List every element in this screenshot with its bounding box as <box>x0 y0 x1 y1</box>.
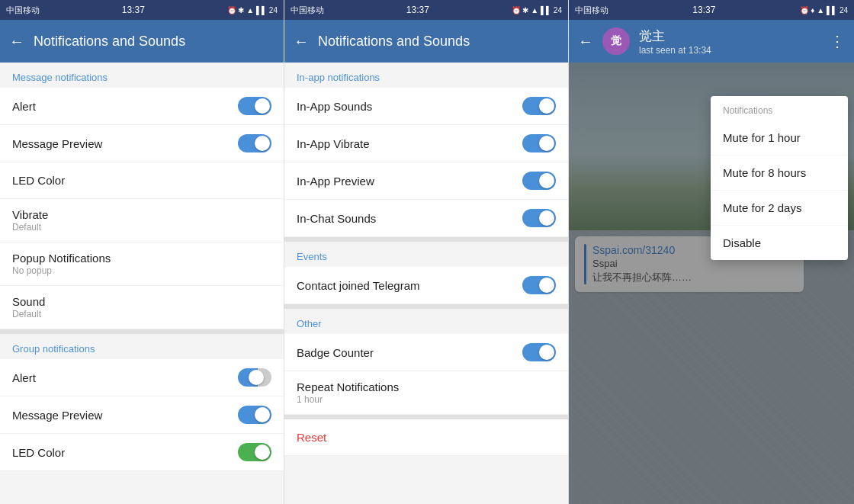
panel-content-1: Message notifications Alert Message Prev… <box>0 63 284 504</box>
status-icons-3: ⏰ ♦ ▲ ▌▌ 24 <box>800 6 848 14</box>
row-text-sound: Sound Default <box>12 295 271 319</box>
toggle-group-message-preview[interactable] <box>238 406 271 424</box>
top-bar-1: ← Notifications and Sounds <box>0 20 284 63</box>
section-header-inapp: In-app notifications <box>284 63 568 88</box>
time-1: 13:37 <box>122 5 145 15</box>
row-label-in-chat-sounds: In-Chat Sounds <box>297 212 376 225</box>
toggle-message-preview[interactable] <box>238 134 271 152</box>
row-label-group-message-preview: Message Preview <box>12 409 102 422</box>
section-header-message: Message notifications <box>0 63 284 88</box>
user-status: last seen at 13:34 <box>639 45 820 56</box>
section-header-other: Other <box>284 309 568 334</box>
row-group-message-preview: Message Preview <box>0 396 284 434</box>
page-title-1: Notifications and Sounds <box>34 34 274 50</box>
row-alert: Alert <box>0 88 284 125</box>
row-popup[interactable]: Popup Notifications No popup <box>0 242 284 286</box>
dropdown-label: Notifications <box>711 96 848 120</box>
row-label-message-preview: Message Preview <box>12 137 102 150</box>
top-bar-2: ← Notifications and Sounds <box>284 20 568 63</box>
section-header-group: Group notifications <box>0 334 284 359</box>
row-label-in-app-vibrate: In-App Vibrate <box>297 137 370 150</box>
toggle-badge-counter[interactable] <box>522 343 556 361</box>
row-label-group-led-color: LED Color <box>12 446 65 459</box>
carrier-1: 中国移动 <box>6 5 40 16</box>
row-sublabel-popup: No popup <box>12 265 271 276</box>
panel-notifications-2: 中国移动 13:37 ⏰ ✱ ▲ ▌▌ 24 ← Notifications a… <box>284 0 569 504</box>
back-button-1[interactable]: ← <box>9 33 24 50</box>
row-label-vibrate: Vibrate <box>12 208 271 221</box>
carrier-3: 中国移动 <box>575 5 608 16</box>
status-icons-2: ⏰ ✱ ▲ ▌▌ 24 <box>512 6 562 14</box>
toggle-alert[interactable] <box>238 97 271 115</box>
row-text-vibrate: Vibrate Default <box>12 208 271 233</box>
row-sublabel-repeat: 1 hour <box>297 394 556 405</box>
toggle-group-alert[interactable] <box>238 368 271 387</box>
row-sublabel-vibrate: Default <box>12 222 271 233</box>
toggle-in-app-vibrate[interactable] <box>522 134 556 152</box>
panel-notifications-1: 中国移动 13:37 ⏰ ✱ ▲ ▌▌ 24 ← Notifications a… <box>0 0 284 504</box>
dropdown-item-mute-1hour[interactable]: Mute for 1 hour <box>711 120 848 156</box>
dropdown-item-mute-2days[interactable]: Mute for 2 days <box>711 191 848 226</box>
row-group-led-color: LED Color <box>0 434 284 471</box>
row-label-led-color: LED Color <box>12 174 65 187</box>
row-label-alert: Alert <box>12 100 36 113</box>
time-2: 13:37 <box>406 5 429 15</box>
back-button-2[interactable]: ← <box>294 33 309 50</box>
row-contact-joined: Contact joined Telegram <box>284 267 568 304</box>
page-title-2: Notifications and Sounds <box>318 34 559 50</box>
panel-content-2: In-app notifications In-App Sounds In-Ap… <box>284 63 568 504</box>
more-button[interactable]: ⋮ <box>830 32 845 50</box>
row-message-preview: Message Preview <box>0 125 284 162</box>
row-label-sound: Sound <box>12 295 271 308</box>
status-bar-2: 中国移动 13:37 ⏰ ✱ ▲ ▌▌ 24 <box>284 0 568 20</box>
dropdown-item-disable[interactable]: Disable <box>711 226 848 260</box>
row-in-app-sounds: In-App Sounds <box>284 88 568 125</box>
row-label-in-app-sounds: In-App Sounds <box>297 100 372 113</box>
row-label-repeat: Repeat Notifications <box>297 380 556 393</box>
top-bar-chat: ← 觉 觉主 last seen at 13:34 ⋮ <box>569 20 854 63</box>
row-vibrate[interactable]: Vibrate Default <box>0 199 284 242</box>
chat-background: 13:27 ✓✓ Sspai.com/31240 Sspai 让我不再担心坏阵…… <box>569 63 854 504</box>
dropdown-item-mute-8hours[interactable]: Mute for 8 hours <box>711 156 848 191</box>
toggle-in-app-sounds[interactable] <box>522 97 556 115</box>
avatar-chat: 觉 <box>602 27 630 55</box>
row-repeat-notifications[interactable]: Repeat Notifications 1 hour <box>284 371 568 415</box>
row-text-repeat: Repeat Notifications 1 hour <box>297 380 556 405</box>
status-icons-1: ⏰ ✱ ▲ ▌▌ 24 <box>227 6 278 14</box>
row-label-contact-joined: Contact joined Telegram <box>297 279 419 292</box>
row-label-popup: Popup Notifications <box>12 252 271 265</box>
panel-chat: 中国移动 13:37 ⏰ ♦ ▲ ▌▌ 24 ← 觉 觉主 last seen … <box>569 0 854 504</box>
row-sound[interactable]: Sound Default <box>0 286 284 329</box>
row-in-app-vibrate: In-App Vibrate <box>284 125 568 162</box>
row-sublabel-sound: Default <box>12 309 271 319</box>
row-in-app-preview: In-App Preview <box>284 162 568 200</box>
row-group-alert: Alert <box>0 359 284 396</box>
row-in-chat-sounds: In-Chat Sounds <box>284 200 568 237</box>
row-label-in-app-preview: In-App Preview <box>297 175 374 188</box>
row-led-color[interactable]: LED Color <box>0 162 284 199</box>
toggle-in-app-preview[interactable] <box>522 172 556 190</box>
section-header-events: Events <box>284 242 568 267</box>
toggle-in-chat-sounds[interactable] <box>522 209 556 227</box>
user-info: 觉主 last seen at 13:34 <box>639 27 820 56</box>
toggle-group-led-color[interactable] <box>238 443 271 461</box>
dropdown-menu: Notifications Mute for 1 hour Mute for 8… <box>711 96 848 260</box>
row-reset[interactable]: Reset <box>284 419 568 456</box>
row-badge-counter: Badge Counter <box>284 334 568 371</box>
back-button-chat[interactable]: ← <box>578 33 593 50</box>
status-bar-3: 中国移动 13:37 ⏰ ♦ ▲ ▌▌ 24 <box>569 0 854 20</box>
carrier-2: 中国移动 <box>291 5 324 16</box>
time-3: 13:37 <box>692 5 715 15</box>
row-label-reset: Reset <box>297 431 326 444</box>
row-text-popup: Popup Notifications No popup <box>12 252 271 276</box>
toggle-contact-joined[interactable] <box>522 276 556 294</box>
row-label-badge-counter: Badge Counter <box>297 346 374 359</box>
user-name: 觉主 <box>639 27 820 45</box>
status-bar-1: 中国移动 13:37 ⏰ ✱ ▲ ▌▌ 24 <box>0 0 284 20</box>
row-label-group-alert: Alert <box>12 371 36 384</box>
